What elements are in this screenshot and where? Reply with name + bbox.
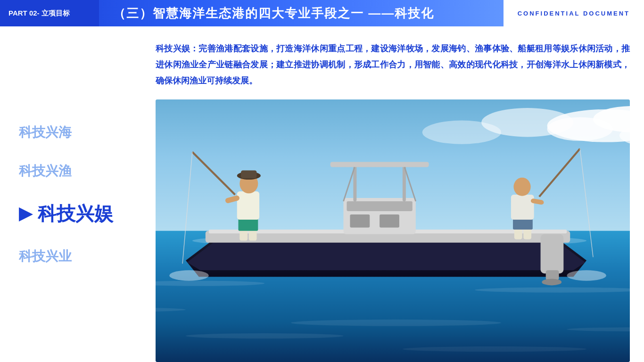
sidebar-label-keji-xingyu2: 科技兴娱 bbox=[38, 201, 113, 227]
content-keyword: 科技兴娱： bbox=[156, 44, 198, 53]
svg-rect-25 bbox=[350, 214, 370, 227]
content-area: 科技兴娱：完善渔港配套设施，打造海洋休闲重点工程，建设海洋牧场，发展海钓、渔事体… bbox=[146, 26, 644, 362]
sidebar-item-keji-xingyu2[interactable]: ▶ 科技兴娱 bbox=[19, 190, 137, 237]
main-content: 科技兴海 科技兴渔 ▶ 科技兴娱 科技兴业 科技兴娱：完善渔港配套设施，打造海洋… bbox=[0, 26, 644, 362]
header-title: （三）智慧海洋生态港的四大专业手段之一 ——科技化 bbox=[99, 0, 504, 26]
svg-rect-41 bbox=[241, 170, 256, 178]
svg-point-54 bbox=[567, 270, 606, 280]
content-body: 完善渔港配套设施，打造海洋休闲重点工程，建设海洋牧场，发展海钓、渔事体验、船艇租… bbox=[156, 44, 630, 85]
sidebar-item-keji-xinghai[interactable]: 科技兴海 bbox=[19, 113, 137, 152]
content-image bbox=[156, 99, 630, 362]
svg-point-16 bbox=[186, 333, 343, 338]
svg-rect-33 bbox=[546, 270, 559, 280]
svg-point-49 bbox=[513, 177, 530, 196]
sidebar-label-keji-xinghai: 科技兴海 bbox=[19, 125, 72, 140]
svg-rect-38 bbox=[237, 191, 259, 220]
svg-point-7 bbox=[422, 120, 501, 144]
svg-rect-48 bbox=[511, 195, 534, 220]
ocean-scene-svg bbox=[156, 99, 630, 362]
svg-point-17 bbox=[403, 346, 586, 352]
part-label: PART 02- 立项目标 bbox=[0, 0, 99, 26]
svg-point-53 bbox=[169, 270, 209, 280]
header-title-text: （三）智慧海洋生态港的四大专业手段之一 ——科技化 bbox=[113, 5, 434, 22]
confidential-label: CONFIDENTIAL DOCUMENT bbox=[504, 0, 644, 26]
svg-point-14 bbox=[291, 319, 501, 326]
svg-point-34 bbox=[542, 279, 561, 285]
sidebar-label-keji-xingye: 科技兴业 bbox=[19, 249, 72, 263]
sidebar-item-keji-xingyu[interactable]: 科技兴渔 bbox=[19, 152, 137, 190]
svg-rect-26 bbox=[380, 214, 399, 227]
header: PART 02- 立项目标 （三）智慧海洋生态港的四大专业手段之一 ——科技化 … bbox=[0, 0, 644, 26]
svg-rect-29 bbox=[330, 162, 429, 167]
sidebar-label-keji-xingyu: 科技兴渔 bbox=[19, 164, 72, 178]
svg-marker-20 bbox=[187, 242, 586, 270]
content-text: 科技兴娱：完善渔港配套设施，打造海洋休闲重点工程，建设海洋牧场，发展海钓、渔事体… bbox=[156, 41, 630, 89]
part-label-text: PART 02- 立项目标 bbox=[8, 9, 70, 18]
active-arrow-icon: ▶ bbox=[19, 204, 32, 223]
sidebar-item-keji-xingye[interactable]: 科技兴业 bbox=[19, 237, 137, 276]
svg-rect-32 bbox=[541, 234, 564, 273]
confidential-text: CONFIDENTIAL DOCUMENT bbox=[518, 10, 630, 17]
svg-rect-24 bbox=[347, 201, 412, 211]
sidebar: 科技兴海 科技兴渔 ▶ 科技兴娱 科技兴业 bbox=[0, 26, 146, 362]
